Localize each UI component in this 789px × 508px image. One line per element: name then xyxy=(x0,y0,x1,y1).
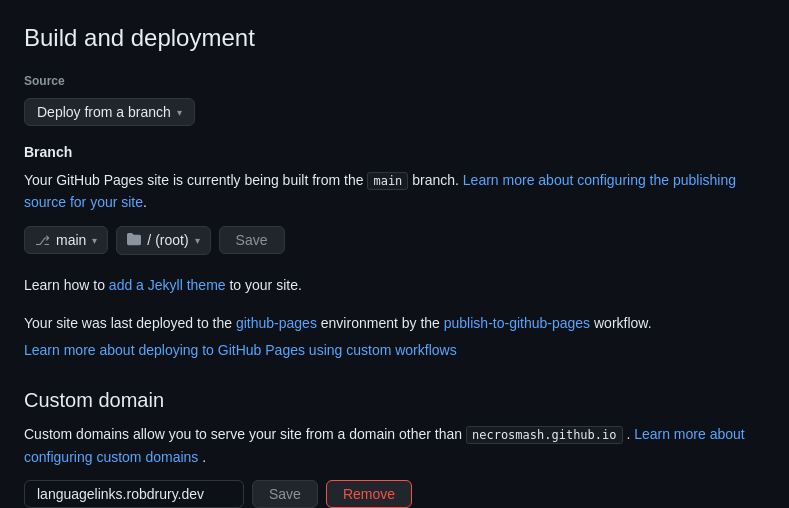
branch-select-button[interactable]: ⎇ main ▾ xyxy=(24,226,108,254)
source-dropdown[interactable]: Deploy from a branch ▾ xyxy=(24,98,195,126)
publish-workflow-link[interactable]: publish-to-github-pages xyxy=(444,315,590,331)
folder-select-button[interactable]: / (root) ▾ xyxy=(116,226,210,255)
folder-chevron-icon: ▾ xyxy=(195,235,200,246)
source-dropdown-label: Deploy from a branch xyxy=(37,104,171,120)
custom-domain-title: Custom domain xyxy=(24,385,765,415)
remove-domain-button[interactable]: Remove xyxy=(326,480,412,508)
branch-icon: ⎇ xyxy=(35,233,50,248)
custom-domain-description: Custom domains allow you to serve your s… xyxy=(24,423,765,468)
branch-controls: ⎇ main ▾ / (root) ▾ Save xyxy=(24,226,765,255)
configuring-link-text: configuring custom domains xyxy=(24,449,198,465)
folder-icon xyxy=(127,232,141,249)
save-branch-button[interactable]: Save xyxy=(219,226,285,254)
branch-desc-2: branch. xyxy=(412,172,459,188)
deploy-text-3: workflow. xyxy=(594,315,652,331)
custom-domain-desc-separator: . xyxy=(626,426,634,442)
branch-label: Branch xyxy=(24,142,765,163)
branch-chevron-icon: ▾ xyxy=(92,235,97,246)
deploy-text-1: Your site was last deployed to the xyxy=(24,315,232,331)
github-pages-env-link[interactable]: github-pages xyxy=(236,315,317,331)
source-label: Source xyxy=(24,72,765,90)
folder-select-value: / (root) xyxy=(147,232,188,248)
branch-desc-1: Your GitHub Pages site is currently bein… xyxy=(24,172,364,188)
deploy-info-text: Your site was last deployed to the githu… xyxy=(24,312,765,334)
domain-controls: Save Remove xyxy=(24,480,765,508)
jekyll-text-2: to your site. xyxy=(229,277,301,293)
branch-code: main xyxy=(367,172,408,190)
custom-workflow-link[interactable]: Learn more about deploying to GitHub Pag… xyxy=(24,342,457,358)
jekyll-text-1: Learn how to xyxy=(24,277,105,293)
custom-domain-desc-1: Custom domains allow you to serve your s… xyxy=(24,426,462,442)
branch-section: Branch Your GitHub Pages site is current… xyxy=(24,142,765,255)
learn-more-text: Learn more about xyxy=(634,426,745,442)
source-section: Source Deploy from a branch ▾ xyxy=(24,72,765,126)
chevron-down-icon: ▾ xyxy=(177,107,182,118)
domain-input[interactable] xyxy=(24,480,244,508)
branch-select-value: main xyxy=(56,232,86,248)
jekyll-section: Learn how to add a Jekyll theme to your … xyxy=(24,275,765,296)
page-title: Build and deployment xyxy=(24,20,765,56)
deploy-section: Your site was last deployed to the githu… xyxy=(24,312,765,361)
deploy-text-2: environment by the xyxy=(321,315,440,331)
save-domain-button[interactable]: Save xyxy=(252,480,318,508)
add-jekyll-theme-link[interactable]: add a Jekyll theme xyxy=(109,277,226,293)
branch-description: Your GitHub Pages site is currently bein… xyxy=(24,169,765,214)
domain-code: necrosmash.github.io xyxy=(466,426,623,444)
